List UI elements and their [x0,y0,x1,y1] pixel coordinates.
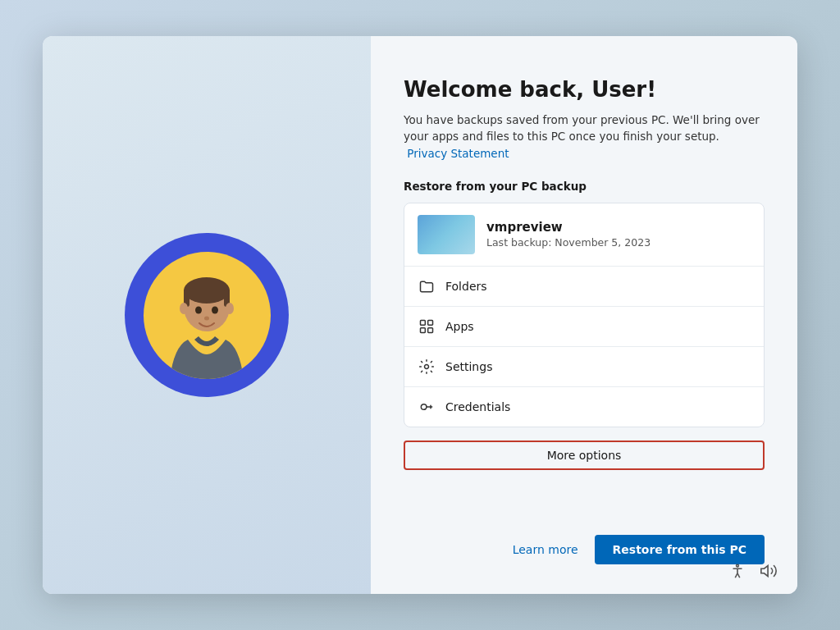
svg-rect-12 [428,327,433,332]
learn-more-button[interactable]: Learn more [513,543,578,556]
settings-icon [418,358,436,376]
svg-point-6 [195,306,202,313]
avatar-inner [144,252,271,379]
volume-icon[interactable] [760,562,778,584]
svg-point-15 [737,564,739,567]
avatar-container [125,233,289,397]
svg-point-5 [226,303,234,314]
pc-thumbnail [418,215,475,254]
pc-backup-date: Last backup: November 5, 2023 [486,236,651,249]
backup-item-folders: Folders [404,267,764,307]
apps-icon [418,317,436,336]
privacy-statement-link[interactable]: Privacy Statement [407,147,509,160]
more-options-button[interactable]: More options [404,441,765,470]
accessibility-icon[interactable] [728,562,746,584]
svg-point-1 [184,277,230,304]
svg-point-8 [204,316,209,320]
avatar-ring [125,233,289,397]
avatar [153,272,260,379]
svg-point-4 [180,303,188,314]
folder-icon [418,277,436,295]
bottom-bar [728,562,778,584]
backup-card: vmpreview Last backup: November 5, 2023 … [404,203,765,427]
pc-row: vmpreview Last backup: November 5, 2023 [404,203,764,267]
pc-name: vmpreview [486,220,651,235]
credentials-label: Credentials [445,400,510,413]
svg-point-14 [421,404,427,409]
credentials-icon [418,398,436,416]
backup-item-apps: Apps [404,307,764,347]
welcome-title: Welcome back, User! [404,77,765,102]
svg-marker-16 [761,566,768,577]
backup-item-settings: Settings [404,347,764,387]
restore-button[interactable]: Restore from this PC [595,535,765,564]
main-window: Welcome back, User! You have backups sav… [43,36,797,594]
svg-point-7 [212,306,218,313]
svg-rect-9 [421,320,426,325]
bottom-actions: Learn more Restore from this PC [404,522,765,564]
left-panel [43,36,371,594]
svg-point-13 [425,364,429,368]
pc-info: vmpreview Last backup: November 5, 2023 [486,220,651,249]
apps-label: Apps [445,320,474,333]
pc-screen-image [418,215,475,254]
settings-label: Settings [445,360,492,373]
right-panel: Welcome back, User! You have backups sav… [371,36,797,594]
backup-item-credentials: Credentials [404,387,764,427]
description-text: You have backups saved from your previou… [404,113,760,143]
welcome-description: You have backups saved from your previou… [404,112,765,162]
folders-label: Folders [445,280,487,293]
svg-rect-10 [428,320,433,325]
restore-label: Restore from your PC backup [404,180,765,193]
svg-rect-11 [421,327,426,332]
